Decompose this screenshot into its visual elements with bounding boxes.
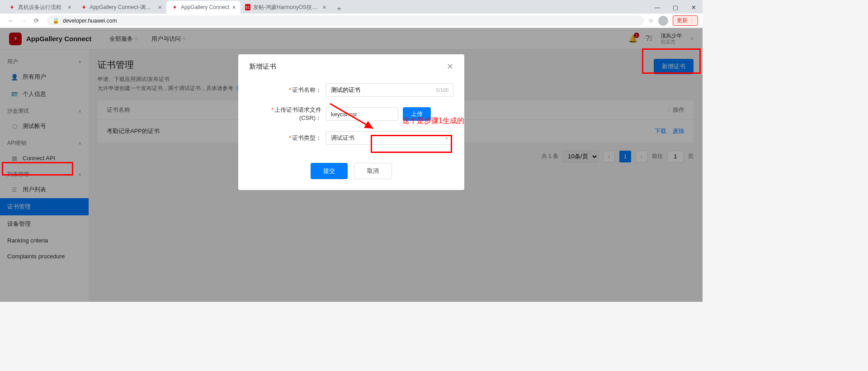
huawei-favicon: ⚘: [8, 4, 15, 11]
tab-title: AppGallery Connect-调试Harm: [90, 4, 156, 11]
browser-tab[interactable]: 51 发帖-鸿蒙HarmonyOS技术社区 ×: [241, 1, 331, 14]
maximize-icon[interactable]: ▢: [666, 1, 684, 14]
modal-title: 新增证书: [249, 62, 276, 71]
browser-tab-bar: ⚘ 真机设备运行流程 × ⚘ AppGallery Connect-调试Harm…: [0, 0, 703, 14]
update-button[interactable]: 更新⋮: [673, 15, 698, 26]
input-csr-file: keycsr.csr: [326, 107, 398, 121]
address-bar: ← → ⟳ 🔒 developer.huawei.com ☆ 更新⋮: [0, 14, 703, 28]
red51-favicon: 51: [245, 4, 250, 10]
tab-close-icon[interactable]: ×: [68, 4, 71, 11]
profile-icon[interactable]: [658, 16, 668, 26]
new-tab-button[interactable]: ＋: [331, 4, 347, 14]
tab-close-icon[interactable]: ×: [158, 4, 162, 11]
back-icon[interactable]: ←: [5, 14, 17, 27]
label-csr: *上传证书请求文件(CSR)：: [249, 106, 321, 122]
forward-icon[interactable]: →: [17, 14, 30, 27]
cert-name-field[interactable]: [331, 87, 436, 94]
annotation-text-step1: 这个是步骤1生成的: [402, 116, 464, 126]
submit-button[interactable]: 提交: [311, 163, 348, 179]
reload-icon[interactable]: ⟳: [30, 14, 42, 27]
huawei-favicon: ⚘: [80, 4, 87, 11]
minimize-icon[interactable]: —: [648, 1, 666, 14]
star-icon[interactable]: ☆: [648, 17, 654, 24]
app-root: ⚘ AppGallery Connect 全部服务▽ 用户与访问▽ 🔔 1 ?⃝…: [0, 28, 703, 302]
modal-close-icon[interactable]: ✕: [447, 62, 453, 71]
close-window-icon[interactable]: ✕: [684, 1, 703, 14]
tab-close-icon[interactable]: ×: [322, 4, 326, 11]
select-cert-type[interactable]: 调试证书 ∨: [326, 131, 453, 145]
csr-filename: keycsr.csr: [331, 111, 357, 118]
url-text: developer.huawei.com: [63, 18, 117, 24]
tab-title: AppGallery Connect: [181, 4, 229, 10]
input-cert-name[interactable]: 5/100: [326, 83, 453, 97]
chevron-down-icon: ∨: [445, 136, 448, 140]
tab-title: 发帖-鸿蒙HarmonyOS技术社区: [253, 4, 320, 11]
label-cert-name: *证书名称：: [249, 86, 321, 94]
tab-close-icon[interactable]: ×: [232, 4, 236, 11]
tab-title: 真机设备运行流程: [18, 4, 61, 11]
window-controls: — ▢ ✕: [648, 1, 703, 14]
browser-tab[interactable]: ⚘ 真机设备运行流程 ×: [4, 1, 76, 14]
browser-tab-active[interactable]: ⚘ AppGallery Connect ×: [166, 1, 241, 14]
huawei-favicon: ⚘: [171, 4, 178, 11]
lock-icon: 🔒: [52, 18, 59, 24]
url-input[interactable]: 🔒 developer.huawei.com: [47, 15, 644, 26]
browser-tab[interactable]: ⚘ AppGallery Connect-调试Harm ×: [76, 1, 166, 14]
char-count: 5/100: [436, 87, 448, 93]
cancel-button[interactable]: 取消: [354, 163, 392, 179]
cert-type-value: 调试证书: [331, 134, 354, 142]
modal-overlay: 新增证书 ✕ *证书名称： 5/100 *上传证书请求文件(CSR)： keyc…: [0, 28, 703, 302]
label-cert-type: *证书类型：: [249, 134, 321, 142]
